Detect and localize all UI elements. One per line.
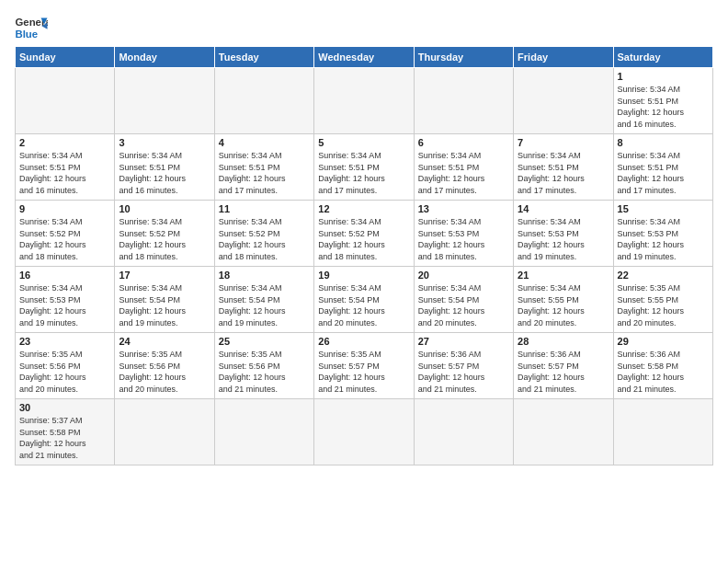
- day-number: 9: [19, 203, 110, 214]
- weekday-sunday: Sunday: [16, 47, 115, 68]
- day-cell: [314, 68, 414, 134]
- day-info: Sunrise: 5:34 AM Sunset: 5:52 PM Dayligh…: [219, 216, 310, 262]
- day-number: 16: [19, 270, 110, 281]
- weekday-thursday: Thursday: [414, 47, 513, 68]
- day-info: Sunrise: 5:34 AM Sunset: 5:54 PM Dayligh…: [119, 282, 210, 328]
- day-number: 27: [418, 336, 509, 347]
- page: General Blue SundayMondayTuesdayWednesda…: [0, 0, 728, 473]
- day-number: 2: [19, 137, 110, 148]
- day-info: Sunrise: 5:34 AM Sunset: 5:52 PM Dayligh…: [19, 216, 110, 262]
- week-row-5: 23Sunrise: 5:35 AM Sunset: 5:56 PM Dayli…: [16, 333, 713, 399]
- weekday-header-row: SundayMondayTuesdayWednesdayThursdayFrid…: [16, 47, 713, 68]
- day-cell: [514, 68, 613, 134]
- weekday-wednesday: Wednesday: [314, 47, 414, 68]
- day-number: 17: [119, 270, 210, 281]
- week-row-1: 1Sunrise: 5:34 AM Sunset: 5:51 PM Daylig…: [16, 68, 713, 134]
- weekday-tuesday: Tuesday: [214, 47, 313, 68]
- day-number: 29: [618, 336, 709, 347]
- day-info: Sunrise: 5:34 AM Sunset: 5:51 PM Dayligh…: [19, 150, 110, 196]
- day-cell: 21Sunrise: 5:34 AM Sunset: 5:55 PM Dayli…: [514, 267, 613, 333]
- day-number: 30: [19, 402, 110, 413]
- day-number: 15: [618, 203, 709, 214]
- day-cell: 15Sunrise: 5:34 AM Sunset: 5:53 PM Dayli…: [613, 201, 712, 267]
- day-number: 24: [119, 336, 210, 347]
- day-cell: 14Sunrise: 5:34 AM Sunset: 5:53 PM Dayli…: [514, 201, 613, 267]
- day-cell: [214, 68, 313, 134]
- day-info: Sunrise: 5:35 AM Sunset: 5:56 PM Dayligh…: [19, 349, 110, 395]
- day-cell: 22Sunrise: 5:35 AM Sunset: 5:55 PM Dayli…: [613, 267, 712, 333]
- day-number: 6: [418, 137, 509, 148]
- day-info: Sunrise: 5:34 AM Sunset: 5:51 PM Dayligh…: [618, 84, 709, 130]
- logo-icon: General Blue: [15, 15, 48, 40]
- day-info: Sunrise: 5:35 AM Sunset: 5:55 PM Dayligh…: [618, 282, 709, 328]
- day-cell: 25Sunrise: 5:35 AM Sunset: 5:56 PM Dayli…: [214, 333, 313, 399]
- day-cell: 26Sunrise: 5:35 AM Sunset: 5:57 PM Dayli…: [314, 333, 414, 399]
- day-number: 5: [318, 137, 409, 148]
- day-cell: 3Sunrise: 5:34 AM Sunset: 5:51 PM Daylig…: [115, 134, 214, 201]
- day-cell: 24Sunrise: 5:35 AM Sunset: 5:56 PM Dayli…: [115, 333, 214, 399]
- week-row-3: 9Sunrise: 5:34 AM Sunset: 5:52 PM Daylig…: [16, 201, 713, 267]
- day-info: Sunrise: 5:34 AM Sunset: 5:51 PM Dayligh…: [119, 150, 210, 196]
- day-info: Sunrise: 5:34 AM Sunset: 5:52 PM Dayligh…: [318, 216, 409, 262]
- day-info: Sunrise: 5:34 AM Sunset: 5:51 PM Dayligh…: [618, 150, 709, 196]
- day-cell: [613, 399, 712, 465]
- day-cell: [414, 399, 513, 465]
- day-info: Sunrise: 5:34 AM Sunset: 5:53 PM Dayligh…: [418, 216, 509, 262]
- weekday-saturday: Saturday: [613, 47, 712, 68]
- day-number: 14: [518, 203, 609, 214]
- day-info: Sunrise: 5:34 AM Sunset: 5:54 PM Dayligh…: [318, 282, 409, 328]
- day-number: 25: [219, 336, 310, 347]
- day-info: Sunrise: 5:37 AM Sunset: 5:58 PM Dayligh…: [19, 415, 110, 461]
- day-info: Sunrise: 5:35 AM Sunset: 5:56 PM Dayligh…: [119, 349, 210, 395]
- day-cell: 12Sunrise: 5:34 AM Sunset: 5:52 PM Dayli…: [314, 201, 414, 267]
- day-info: Sunrise: 5:34 AM Sunset: 5:51 PM Dayligh…: [318, 150, 409, 196]
- day-cell: [514, 399, 613, 465]
- header-area: General Blue: [15, 15, 713, 40]
- day-cell: 19Sunrise: 5:34 AM Sunset: 5:54 PM Dayli…: [314, 267, 414, 333]
- day-info: Sunrise: 5:34 AM Sunset: 5:52 PM Dayligh…: [119, 216, 210, 262]
- week-row-2: 2Sunrise: 5:34 AM Sunset: 5:51 PM Daylig…: [16, 134, 713, 201]
- day-cell: [214, 399, 313, 465]
- day-cell: 18Sunrise: 5:34 AM Sunset: 5:54 PM Dayli…: [214, 267, 313, 333]
- day-info: Sunrise: 5:34 AM Sunset: 5:51 PM Dayligh…: [518, 150, 609, 196]
- day-cell: [414, 68, 513, 134]
- day-info: Sunrise: 5:34 AM Sunset: 5:55 PM Dayligh…: [518, 282, 609, 328]
- day-number: 11: [219, 203, 310, 214]
- day-number: 10: [119, 203, 210, 214]
- day-info: Sunrise: 5:34 AM Sunset: 5:51 PM Dayligh…: [219, 150, 310, 196]
- calendar-table: SundayMondayTuesdayWednesdayThursdayFrid…: [15, 46, 713, 465]
- svg-text:Blue: Blue: [16, 29, 39, 40]
- day-cell: 9Sunrise: 5:34 AM Sunset: 5:52 PM Daylig…: [16, 201, 115, 267]
- day-number: 12: [318, 203, 409, 214]
- day-number: 20: [418, 270, 509, 281]
- day-number: 23: [19, 336, 110, 347]
- day-cell: 10Sunrise: 5:34 AM Sunset: 5:52 PM Dayli…: [115, 201, 214, 267]
- day-number: 7: [518, 137, 609, 148]
- day-number: 28: [518, 336, 609, 347]
- day-cell: 23Sunrise: 5:35 AM Sunset: 5:56 PM Dayli…: [16, 333, 115, 399]
- day-cell: 13Sunrise: 5:34 AM Sunset: 5:53 PM Dayli…: [414, 201, 513, 267]
- day-cell: 27Sunrise: 5:36 AM Sunset: 5:57 PM Dayli…: [414, 333, 513, 399]
- weekday-friday: Friday: [514, 47, 613, 68]
- day-cell: 16Sunrise: 5:34 AM Sunset: 5:53 PM Dayli…: [16, 267, 115, 333]
- day-info: Sunrise: 5:36 AM Sunset: 5:58 PM Dayligh…: [618, 349, 709, 395]
- day-cell: 17Sunrise: 5:34 AM Sunset: 5:54 PM Dayli…: [115, 267, 214, 333]
- day-cell: [115, 399, 214, 465]
- day-number: 18: [219, 270, 310, 281]
- day-info: Sunrise: 5:35 AM Sunset: 5:57 PM Dayligh…: [318, 349, 409, 395]
- day-info: Sunrise: 5:34 AM Sunset: 5:54 PM Dayligh…: [418, 282, 509, 328]
- day-number: 21: [518, 270, 609, 281]
- day-number: 3: [119, 137, 210, 148]
- day-cell: 4Sunrise: 5:34 AM Sunset: 5:51 PM Daylig…: [214, 134, 313, 201]
- day-info: Sunrise: 5:34 AM Sunset: 5:53 PM Dayligh…: [19, 282, 110, 328]
- day-number: 22: [618, 270, 709, 281]
- logo: General Blue: [15, 15, 51, 40]
- day-number: 8: [618, 137, 709, 148]
- day-cell: 2Sunrise: 5:34 AM Sunset: 5:51 PM Daylig…: [16, 134, 115, 201]
- day-cell: 11Sunrise: 5:34 AM Sunset: 5:52 PM Dayli…: [214, 201, 313, 267]
- day-cell: 7Sunrise: 5:34 AM Sunset: 5:51 PM Daylig…: [514, 134, 613, 201]
- week-row-4: 16Sunrise: 5:34 AM Sunset: 5:53 PM Dayli…: [16, 267, 713, 333]
- day-number: 19: [318, 270, 409, 281]
- day-number: 4: [219, 137, 310, 148]
- day-info: Sunrise: 5:34 AM Sunset: 5:53 PM Dayligh…: [518, 216, 609, 262]
